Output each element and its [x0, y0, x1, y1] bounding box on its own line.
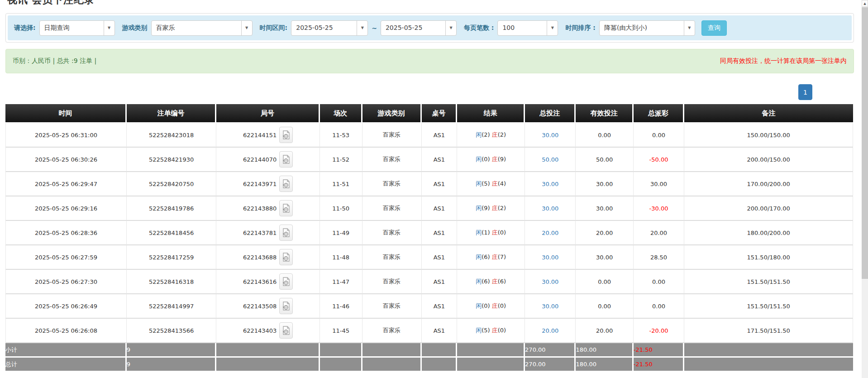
- cell-game-type: 百家乐: [362, 319, 422, 343]
- cell-table-no: AS1: [422, 196, 458, 221]
- cell-game-type: 百家乐: [362, 123, 422, 148]
- currency-total-text: 币别：人民币 | 总共 :9 注单 |: [13, 57, 96, 65]
- cell-remark: 151.50/151.50: [684, 294, 853, 319]
- query-type-value: 日期查询: [40, 21, 104, 35]
- round-number: 622143880: [243, 205, 277, 212]
- page-title-clip: 视讯 会员下注纪录: [5, 0, 854, 6]
- video-replay-button[interactable]: [279, 225, 293, 241]
- result-player: 闲: [476, 278, 482, 285]
- result-banker: 庄: [492, 156, 498, 163]
- vertical-scrollbar[interactable]: ▲: [862, 0, 868, 378]
- total-payout: -21.50: [634, 358, 684, 372]
- cell-round: 622143688: [216, 245, 320, 270]
- chevron-down-icon: ▼: [357, 21, 367, 35]
- video-replay-button[interactable]: [279, 322, 293, 339]
- result-banker: 庄: [492, 254, 498, 260]
- cell-round: 622143403: [216, 319, 320, 343]
- cell-total-bet[interactable]: 30.00: [525, 245, 576, 270]
- scrollbar-thumb[interactable]: [862, 7, 868, 279]
- cell-remark: 171.50/151.50: [684, 319, 853, 343]
- cell-remark: 180.00/200.00: [684, 221, 853, 245]
- round-number: 622143403: [243, 327, 277, 334]
- date-to-select[interactable]: 2025-05-25 ▼: [381, 20, 457, 36]
- video-replay-button[interactable]: [279, 200, 293, 216]
- cell-total-bet[interactable]: 20.00: [525, 221, 576, 245]
- result-banker: 庄: [492, 205, 498, 211]
- video-replay-button[interactable]: [279, 298, 293, 314]
- cell-time: 2025-05-25 06:29:47: [5, 172, 127, 196]
- query-type-select[interactable]: 日期查询 ▼: [39, 20, 115, 36]
- total-total-bet: 270.00: [525, 358, 576, 372]
- col-result: 结果: [457, 104, 525, 123]
- col-bet-id: 注单编号: [127, 104, 217, 123]
- cell-payout: 20.00: [634, 221, 684, 245]
- cell-round: 622143880: [216, 196, 320, 221]
- cell-result: 闲(6) 庄(7): [457, 245, 525, 270]
- cell-total-bet[interactable]: 30.00: [525, 172, 576, 196]
- cell-total-bet[interactable]: 30.00: [525, 270, 576, 294]
- game-type-select[interactable]: 百家乐 ▼: [151, 20, 253, 36]
- table-row: 2025-05-25 06:28:36 522528418456 6221437…: [5, 221, 853, 245]
- video-replay-button[interactable]: [279, 249, 293, 265]
- video-replay-button[interactable]: [279, 176, 293, 192]
- cell-bet-id: 522528420750: [127, 172, 217, 196]
- video-replay-button[interactable]: [279, 151, 293, 167]
- cell-result: 闲(0) 庄(9): [457, 148, 525, 172]
- cell-bet-id: 522528418456: [127, 221, 217, 245]
- cell-total-bet[interactable]: 30.00: [525, 123, 576, 148]
- sort-select[interactable]: 降冪(由大到小) ▼: [599, 20, 695, 36]
- scroll-up-arrow-icon[interactable]: ▲: [862, 0, 868, 7]
- video-replay-button[interactable]: [279, 273, 293, 290]
- cell-total-bet[interactable]: 30.00: [525, 294, 576, 319]
- cell-bet-id: 522528421930: [127, 148, 217, 172]
- cell-payout: -20.00: [634, 319, 684, 343]
- cell-session: 11-50: [320, 196, 362, 221]
- total-row: 总计 9 270.00 180.00 -21.50: [5, 358, 853, 372]
- per-page-select[interactable]: 100 ▼: [497, 20, 558, 36]
- cell-remark: 151.50/180.00: [684, 245, 853, 270]
- cell-remark: 170.00/200.00: [684, 172, 853, 196]
- cell-time: 2025-05-25 06:28:36: [5, 221, 127, 245]
- cell-game-type: 百家乐: [362, 196, 422, 221]
- cell-result: 闲(6) 庄(6): [457, 270, 525, 294]
- cell-payout: 28.50: [634, 245, 684, 270]
- video-replay-icon: [282, 253, 290, 262]
- cell-total-bet[interactable]: 20.00: [525, 319, 576, 343]
- cell-time: 2025-05-25 06:31:00: [5, 123, 127, 148]
- table-header-row: 时间 注单编号 局号 场次 游戏类别 桌号 结果 总投注 有效投注 总派彩 备注: [5, 104, 853, 123]
- query-button[interactable]: 查询: [701, 20, 727, 36]
- date-from-select[interactable]: 2025-05-25 ▼: [291, 20, 368, 36]
- cell-total-bet[interactable]: 50.00: [525, 148, 576, 172]
- subtotal-count: 9: [127, 343, 217, 358]
- col-payout: 总派彩: [634, 104, 684, 123]
- table-row: 2025-05-25 06:26:08 522528413566 6221434…: [5, 319, 853, 343]
- result-player: 闲: [476, 205, 482, 211]
- valid-bet-note: 同局有效投注，统一计算在该局第一张注单内: [720, 57, 847, 65]
- cell-valid-bet: 0.00: [576, 123, 633, 148]
- video-replay-icon: [282, 326, 290, 335]
- cell-table-no: AS1: [422, 221, 458, 245]
- cell-bet-id: 522528423018: [127, 123, 217, 148]
- cell-session: 11-53: [320, 123, 362, 148]
- cell-session: 11-45: [320, 319, 362, 343]
- cell-bet-id: 522528416318: [127, 270, 217, 294]
- cell-session: 11-48: [320, 245, 362, 270]
- chevron-down-icon: ▼: [684, 21, 695, 35]
- cell-game-type: 百家乐: [362, 270, 422, 294]
- cell-round: 622143971: [216, 172, 320, 196]
- result-player: 闲: [476, 131, 482, 138]
- cell-payout: 0.00: [634, 123, 684, 148]
- col-round: 局号: [216, 104, 320, 123]
- cell-payout: -30.00: [634, 196, 684, 221]
- page-1-button[interactable]: 1: [798, 84, 812, 100]
- cell-time: 2025-05-25 06:26:08: [5, 319, 127, 343]
- pagination: 1: [5, 84, 854, 100]
- round-number: 622143688: [243, 254, 277, 261]
- video-replay-button[interactable]: [279, 127, 293, 143]
- cell-game-type: 百家乐: [362, 148, 422, 172]
- cell-time: 2025-05-25 06:30:26: [5, 148, 127, 172]
- cell-valid-bet: 20.00: [576, 221, 633, 245]
- cell-round: 622143616: [216, 270, 320, 294]
- video-replay-icon: [282, 179, 290, 188]
- cell-total-bet[interactable]: 30.00: [525, 196, 576, 221]
